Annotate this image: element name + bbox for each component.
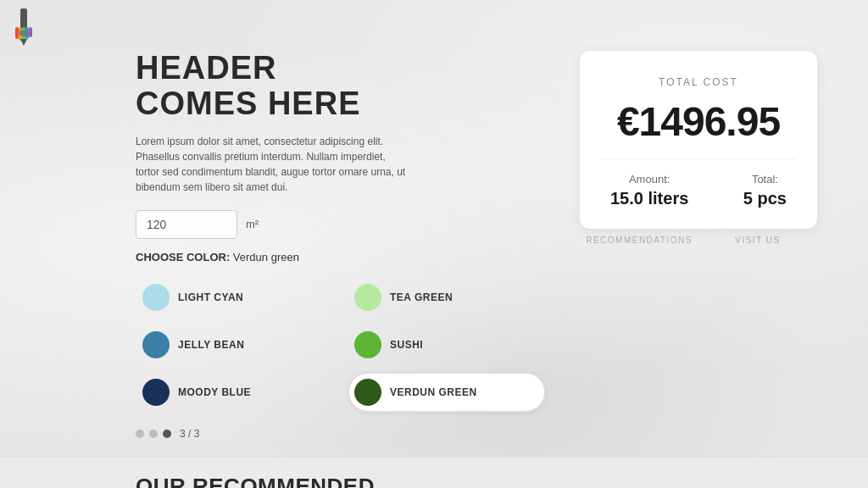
svg-rect-5: [29, 27, 32, 37]
color-name-moody-blue: MOODY BLUE: [178, 386, 251, 398]
color-circle-moody-blue: [142, 379, 170, 406]
color-option-verdun-green[interactable]: VERDUN GREEN: [348, 372, 546, 413]
svg-rect-1: [15, 27, 19, 39]
main-content: HEADER COMES HERE Lorem ipsum dolor sit …: [0, 0, 868, 457]
visit-us-link[interactable]: VISIT US: [698, 236, 817, 245]
color-option-sushi[interactable]: SUSHI: [348, 324, 546, 365]
color-option-light-cyan[interactable]: LIGHT CYAN: [136, 277, 334, 318]
total-cost-value: €1496.95: [617, 98, 780, 145]
color-name-verdun-green: VERDUN GREEN: [390, 386, 477, 398]
color-option-jelly-bean[interactable]: JELLY BEAN: [136, 324, 334, 365]
top-bar: [8, 8, 39, 51]
area-input-group: m²: [136, 210, 546, 239]
svg-rect-6: [19, 30, 28, 36]
amount-detail: Amount: 15.0 liters: [610, 173, 688, 208]
color-name-light-cyan: LIGHT CYAN: [178, 291, 243, 303]
bottom-heading: OUR RECOMMENDED PRODUCTS: [136, 474, 817, 488]
color-name-sushi: SUSHI: [390, 339, 423, 351]
color-circle-sushi: [354, 331, 381, 358]
pagination-dot-2[interactable]: [149, 430, 158, 438]
color-circle-tea-green: [354, 284, 381, 311]
right-column: TOTAL COST €1496.95 Amount: 15.0 liters …: [580, 51, 817, 245]
bottom-section: OUR RECOMMENDED PRODUCTS: [0, 457, 868, 488]
color-circle-verdun-green: [354, 379, 381, 406]
page-count: 3 / 3: [180, 428, 199, 440]
area-unit: m²: [246, 218, 259, 230]
card-links: RECOMMENDATIONS VISIT US: [580, 229, 817, 245]
total-label: Total:: [752, 173, 778, 186]
page-title: HEADER COMES HERE: [136, 51, 546, 122]
pagination: 3 / 3: [136, 428, 546, 440]
color-option-moody-blue[interactable]: MOODY BLUE: [136, 372, 334, 413]
pagination-dot-1[interactable]: [136, 430, 144, 438]
color-name-tea-green: TEA GREEN: [390, 291, 453, 303]
svg-marker-7: [20, 39, 27, 46]
page-wrapper: HEADER COMES HERE Lorem ipsum dolor sit …: [0, 0, 868, 488]
color-name-jelly-bean: JELLY BEAN: [178, 339, 244, 351]
recommendations-link[interactable]: RECOMMENDATIONS: [580, 236, 698, 245]
pagination-dot-3[interactable]: [163, 430, 171, 438]
logo-icon: [8, 8, 39, 47]
left-column: HEADER COMES HERE Lorem ipsum dolor sit …: [136, 51, 546, 440]
amount-label: Amount:: [629, 173, 670, 186]
cost-card: TOTAL COST €1496.95 Amount: 15.0 liters …: [580, 51, 817, 229]
color-circle-light-cyan: [142, 284, 170, 311]
total-detail: Total: 5 pcs: [743, 173, 787, 208]
color-option-tea-green[interactable]: TEA GREEN: [348, 277, 546, 318]
color-options: LIGHT CYAN TEA GREEN JELLY BEAN SUSHI: [136, 277, 546, 413]
color-circle-jelly-bean: [142, 331, 170, 358]
cost-divider: [600, 158, 797, 159]
area-input[interactable]: [136, 210, 237, 239]
total-value: 5 pcs: [743, 189, 787, 208]
cost-details: Amount: 15.0 liters Total: 5 pcs: [600, 173, 797, 208]
total-cost-label: TOTAL COST: [659, 76, 738, 88]
amount-value: 15.0 liters: [610, 189, 688, 208]
choose-color-label: CHOOSE COLOR: Verdun green: [136, 251, 546, 263]
page-description: Lorem ipsum dolor sit amet, consectetur …: [136, 134, 407, 195]
